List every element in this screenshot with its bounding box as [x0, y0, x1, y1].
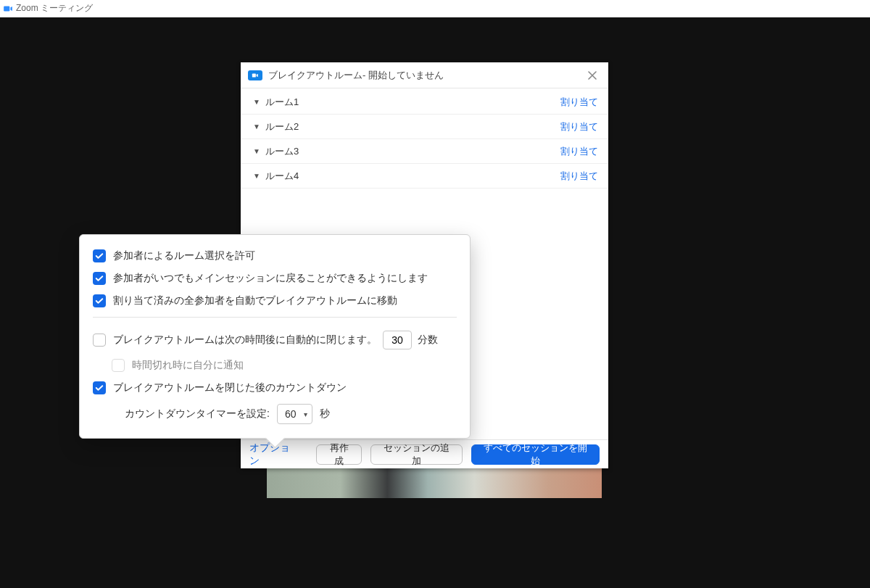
zoom-app-icon — [3, 4, 13, 14]
option-label: 参加者によるルーム選択を許可 — [113, 249, 255, 262]
room-row[interactable]: ▼ルーム2割り当て — [241, 115, 608, 139]
unit-label: 分数 — [418, 334, 438, 347]
start-all-sessions-button[interactable]: すべてのセッションを開始 — [471, 444, 600, 465]
auto-close-minutes-input[interactable] — [383, 331, 412, 349]
option-label: 割り当て済みの全参加者を自動でブレイクアウトルームに移動 — [113, 294, 397, 307]
room-list: ▼ルーム1割り当て▼ルーム2割り当て▼ルーム3割り当て▼ルーム4割り当て — [241, 88, 608, 189]
chevron-down-icon: ▾ — [304, 410, 307, 418]
room-name: ルーム2 — [265, 120, 560, 133]
option-label: ブレイクアウトルームは次の時間後に自動的に閉じます。 — [113, 334, 377, 347]
assign-link[interactable]: 割り当て — [560, 120, 598, 133]
checkbox-auto-move[interactable] — [93, 294, 106, 307]
zoom-badge-icon — [248, 70, 262, 80]
option-auto-close[interactable]: ブレイクアウトルームは次の時間後に自動的に閉じます。 分数 — [93, 331, 457, 349]
assign-link[interactable]: 割り当て — [560, 145, 598, 158]
select-value: 60 — [285, 408, 297, 420]
breakout-options-popover: 参加者によるルーム選択を許可 参加者がいつでもメインセッションに戻ることができる… — [79, 234, 471, 439]
caret-down-icon: ▼ — [251, 172, 262, 180]
room-name: ルーム4 — [265, 170, 560, 183]
dialog-title: ブレイクアウトルーム- 開始していません — [268, 69, 584, 82]
assign-link[interactable]: 割り当て — [560, 96, 598, 109]
caret-down-icon: ▼ — [251, 123, 262, 131]
recreate-button[interactable]: 再作成 — [316, 444, 362, 465]
divider — [93, 317, 457, 318]
checkbox-notify-me — [112, 359, 125, 372]
add-session-button[interactable]: セッションの追加 — [370, 444, 463, 465]
countdown-seconds-select[interactable]: 60 ▾ — [277, 404, 313, 424]
room-name: ルーム3 — [265, 145, 560, 158]
option-label: 時間切れ時に自分に通知 — [132, 359, 244, 372]
caret-down-icon: ▼ — [251, 98, 262, 106]
dialog-header: ブレイクアウトルーム- 開始していません — [241, 62, 608, 88]
option-label: ブレイクアウトルームを閉じた後のカウントダウン — [113, 381, 347, 394]
close-button[interactable] — [584, 67, 601, 84]
checkbox-countdown[interactable] — [93, 381, 106, 394]
unit-label: 秒 — [320, 407, 330, 421]
meeting-stage: ブレイクアウトルーム- 開始していません ▼ルーム1割り当て▼ルーム2割り当て▼… — [0, 17, 870, 588]
option-allow-choose[interactable]: 参加者によるルーム選択を許可 — [93, 249, 457, 262]
room-row[interactable]: ▼ルーム3割り当て — [241, 139, 608, 164]
option-label: カウントダウンタイマーを設定: — [125, 407, 270, 421]
option-label: 参加者がいつでもメインセッションに戻ることができるようにします — [113, 272, 428, 285]
room-row[interactable]: ▼ルーム1割り当て — [241, 90, 608, 115]
checkbox-auto-close[interactable] — [93, 334, 106, 347]
svg-rect-0 — [4, 6, 9, 11]
checkbox-allow-return[interactable] — [93, 272, 106, 285]
dialog-footer: オプション 再作成 セッションの追加 すべてのセッションを開始 — [241, 439, 608, 468]
option-countdown-set: カウントダウンタイマーを設定: 60 ▾ 秒 — [125, 404, 457, 424]
option-countdown[interactable]: ブレイクアウトルームを閉じた後のカウントダウン — [93, 381, 457, 394]
room-row[interactable]: ▼ルーム4割り当て — [241, 164, 608, 189]
checkbox-allow-choose[interactable] — [93, 249, 106, 262]
option-notify-me: 時間切れ時に自分に通知 — [112, 359, 457, 372]
option-allow-return[interactable]: 参加者がいつでもメインセッションに戻ることができるようにします — [93, 272, 457, 285]
caret-down-icon: ▼ — [251, 147, 262, 155]
svg-rect-1 — [252, 73, 256, 77]
assign-link[interactable]: 割り当て — [560, 170, 598, 183]
app-titlebar: Zoom ミーティング — [0, 0, 870, 17]
room-name: ルーム1 — [265, 96, 560, 109]
option-auto-move[interactable]: 割り当て済みの全参加者を自動でブレイクアウトルームに移動 — [93, 294, 457, 307]
app-title: Zoom ミーティング — [16, 2, 93, 15]
